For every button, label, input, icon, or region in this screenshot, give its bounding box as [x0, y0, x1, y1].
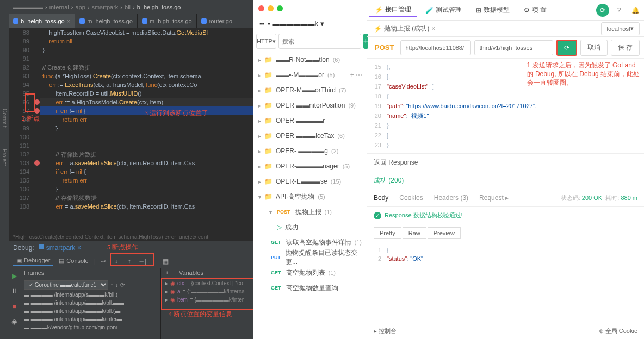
- tree-folder[interactable]: ▸📁OPER-▬▬▬▬r: [253, 113, 367, 128]
- tree-folder[interactable]: ▸📁▬▬R-Not▬▬tion (6): [253, 52, 367, 67]
- request-body[interactable]: 1 发送请求之后，因为触发了 GoLand 的 Debug, 所以在 Debug…: [367, 59, 644, 153]
- nav-data-model[interactable]: ⊞数据模型: [470, 3, 515, 17]
- cancel-button[interactable]: 取消: [580, 40, 608, 56]
- tree-folder[interactable]: ▸📁OPER-E▬▬▬se (15): [253, 174, 367, 189]
- resp-tab-body[interactable]: Body: [374, 194, 388, 202]
- url-path[interactable]: third/v1/high_tosses: [474, 40, 553, 55]
- tree-endpoint[interactable]: PUT抛物提醒条目已读状态变更...: [253, 250, 367, 265]
- resp-tab-cookies[interactable]: Cookies: [399, 194, 423, 202]
- frame-row[interactable]: ▬ ▬▬▬▬ /internal/app/s▬▬▬k/bll.(: [20, 291, 160, 299]
- resp-tab-request[interactable]: Request ▸: [479, 194, 509, 202]
- goroutine-select[interactable]: ✓ Goroutine ▬▬eate.func1: [24, 280, 108, 290]
- window-controls[interactable]: [253, 0, 367, 16]
- send-button[interactable]: ⟳: [556, 40, 577, 56]
- tab-b-heigh-toss[interactable]: b_heigh_toss.go×: [9, 14, 75, 28]
- search-input[interactable]: [278, 34, 361, 49]
- url-base[interactable]: http://localhost:11088/: [400, 40, 471, 55]
- stop-icon[interactable]: ■: [9, 301, 20, 312]
- help-icon[interactable]: ?: [612, 4, 626, 17]
- frame-row[interactable]: ▬ ▬▬▬▬ /internal/app/▬▬▬k/bll.▬▬: [20, 299, 160, 307]
- http-select[interactable]: HTTP ▾: [256, 34, 276, 49]
- debug-panel: *HighToss.Create(ctx context.Context, it…: [9, 233, 253, 339]
- response-valid: ✓Response 数据结构校验通过!: [367, 207, 644, 224]
- tree-endpoint[interactable]: GET高空抛物列表 (1): [253, 265, 367, 280]
- tree-endpoint[interactable]: ▷成功: [253, 219, 367, 235]
- nav-settings[interactable]: ⚙项 置: [518, 3, 552, 17]
- annotation-4: 4 断点位置的变量信息: [169, 310, 232, 319]
- console-tab[interactable]: ▤Console: [55, 256, 91, 266]
- editor-tabs: b_heigh_toss.go× m_heigh_toss.go m_high_…: [9, 14, 253, 28]
- tree-folder[interactable]: ▸📁OPER-▬▬▬▬nager (5): [253, 159, 367, 174]
- debug-title: Debug:: [13, 244, 34, 252]
- annotation-3: 3 运行到该断点位置了: [145, 109, 208, 117]
- tab-m-high-toss[interactable]: m_high_toss.go: [138, 14, 197, 28]
- annotation-5: 5 断点操作: [107, 243, 138, 252]
- gutter-project[interactable]: Project: [2, 149, 8, 166]
- env-select[interactable]: localhost ▾: [601, 22, 640, 35]
- tree-folder[interactable]: ▸📁OPER- ▬▬▬▬g (2): [253, 143, 367, 159]
- resp-tab-headers[interactable]: Headers (3): [434, 194, 468, 202]
- frames-header: Frames: [20, 268, 160, 279]
- annotation-2: 2 断点: [22, 114, 40, 123]
- tree-folder[interactable]: ▸📁OPER ▬▬nitorPosition (9): [253, 98, 367, 113]
- response-body: 1{2 "status": "OK": [367, 242, 644, 266]
- tree-folder[interactable]: ▸📁▬▬▪-M▬▬▬or (5)+ ⋯: [253, 67, 367, 83]
- workspace-name[interactable]: ▪▪ ▪ ▬▬▬▬▬▬k ▾: [253, 16, 367, 30]
- method-label[interactable]: POST: [371, 43, 397, 52]
- tree-folder[interactable]: ▾📁API-高空抛物 (5): [253, 189, 367, 204]
- tree-endpoint[interactable]: GET高空抛物数量查询: [253, 280, 367, 296]
- frame-row[interactable]: ▬ ▬▬▬▬ /internal/app/▬▬▬k/bll.(▬: [20, 307, 160, 315]
- top-nav: ⚡接口管理 🧪测试管理 ⊞数据模型 ⚙项 置 ⟳ ? 🔔: [367, 0, 644, 21]
- tab-m-heigh-toss[interactable]: m_heigh_toss.go: [75, 14, 138, 28]
- view-breakpoints-icon[interactable]: ◉: [9, 316, 20, 327]
- gutter-commit[interactable]: Commit: [2, 109, 8, 127]
- pause-icon[interactable]: ⏸: [9, 286, 20, 297]
- raw-button[interactable]: Raw: [403, 227, 426, 239]
- evaluate-icon[interactable]: ▦: [160, 256, 171, 267]
- ide-gutter: Commit Project: [0, 0, 9, 339]
- resume-icon[interactable]: ▶: [9, 271, 20, 281]
- tree-endpoint[interactable]: ▾POST抛物上报 (1): [253, 204, 367, 219]
- debug-hint: *HighToss.Create(ctx context.Context, it…: [9, 233, 253, 241]
- nav-test-mgmt[interactable]: 🧪测试管理: [420, 3, 467, 17]
- debugger-tab[interactable]: ▣Debugger: [13, 256, 53, 266]
- tree-folder[interactable]: ▸📁OPER ▬▬▬iceTax (6): [253, 128, 367, 143]
- api-tree[interactable]: ▸📁▬▬R-Not▬▬tion (6)▸📁▬▬▪-M▬▬▬or (5)+ ⋯▸📁…: [253, 52, 367, 339]
- tab-router[interactable]: router.go: [197, 14, 237, 28]
- response-status: 成功 (200): [367, 172, 644, 190]
- notification-icon[interactable]: 🔔: [629, 4, 642, 17]
- frame-row[interactable]: ▬ ▬▬▬▬ /internal/app/▬▬▬k/inter▬: [20, 315, 160, 323]
- tree-endpoint[interactable]: GET读取高空抛物事件详情 (1): [253, 235, 367, 250]
- nav-api-mgmt[interactable]: ⚡接口管理: [369, 3, 417, 17]
- preview-button[interactable]: Preview: [428, 227, 461, 239]
- sync-icon[interactable]: ⟳: [596, 4, 609, 17]
- annotation-1: 1 发送请求之后，因为触发了 GoLand 的 Debug, 所以在 Debug…: [527, 61, 640, 87]
- frame-row[interactable]: ▬ ▬▬▬k/vendor/github.com/gin-goni: [20, 323, 160, 331]
- request-tab[interactable]: ⚡抛物上报 (成功)×: [367, 21, 442, 36]
- pretty-button[interactable]: Pretty: [374, 227, 401, 239]
- console-toggle[interactable]: ▸ 控制台: [374, 327, 397, 335]
- save-button[interactable]: 保 存: [611, 40, 640, 56]
- breadcrumb: ▬▬▬▬▬ › internal › app › smartpark › bll…: [9, 0, 253, 14]
- vars-header: Variables: [179, 269, 203, 278]
- response-header: 返回 Response: [367, 153, 644, 172]
- step-over-icon[interactable]: ⤻: [98, 256, 109, 267]
- code-editor[interactable]: 2 断点 3 运行到该断点位置了 88899091929394959697989…: [9, 28, 253, 233]
- tree-folder[interactable]: ▸📁OPER-M▬▬orThird (7): [253, 83, 367, 98]
- line-numbers: 8889909192939495969798991001011021031041…: [9, 28, 34, 233]
- global-cookie[interactable]: ⊕ 全局 Cookie: [599, 327, 637, 335]
